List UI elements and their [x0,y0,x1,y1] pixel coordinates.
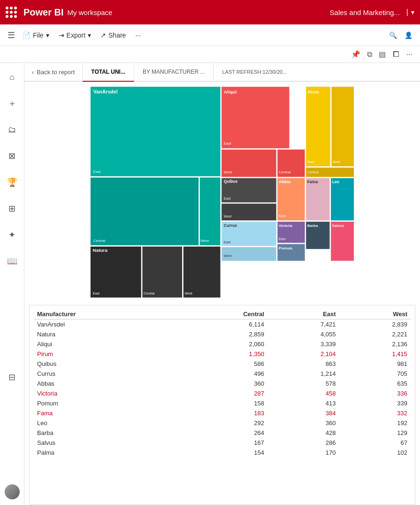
content-area: ⌂ ＋ 🗂 ⊠ 🏆 ⊞ ✦ 📖 ⊟ ‹ Back to report TOTAL… [0,63,420,505]
cell-west: 2,136 [339,339,411,349]
cell-central: 586 [178,359,268,369]
cell-east: 428 [268,428,340,438]
cell-central: 1,350 [178,349,268,359]
main-panel: ‹ Back to report TOTAL UNI... BY MANUFAC… [24,63,420,505]
svg-text:Pirum: Pirum [307,90,319,94]
cell-manufacturer: Fama [33,408,178,418]
col-header-west: West [339,309,411,319]
cell-central: 2,859 [178,329,268,339]
file-label: File [33,31,44,39]
sidebar-item-home[interactable]: ⌂ [4,69,21,85]
copy-icon[interactable]: ⧉ [367,50,372,59]
svg-text:West: West [200,239,209,243]
back-arrow-icon: ‹ [32,69,34,76]
table-row: VanArsdel 6,114 7,421 2,839 [33,319,411,330]
cell-manufacturer: Pirum [33,349,178,359]
sidebar-item-bottom[interactable]: ⊟ [4,369,21,386]
cell-west: 339 [339,398,411,408]
back-to-report-button[interactable]: ‹ Back to report [24,63,83,81]
tab-total-units-label: TOTAL UNI... [91,69,125,75]
sidebar-item-apps[interactable]: ⊞ [4,200,21,217]
topbar: Power BI My workspace Sales and Marketin… [0,0,420,24]
file-menu[interactable]: 📄 File ▾ [23,31,49,39]
ellipsis-icon[interactable]: ··· [406,50,412,59]
cell-central: 287 [178,388,268,398]
share-label: Share [108,31,126,39]
table-row: Currus 496 1,214 705 [33,369,411,379]
tab-last-refresh: LAST REFRESH:12/30/20... [214,63,295,81]
svg-text:Central: Central [307,170,319,174]
cell-east: 170 [268,448,340,458]
cell-east: 384 [268,408,340,418]
treemap-svg: VanArsdel East Central West Aliqui East … [29,86,415,298]
cell-east: 7,421 [268,319,340,330]
cell-manufacturer: Leo [33,418,178,428]
cell-west: 332 [339,408,411,418]
svg-text:East: East [224,196,231,201]
svg-text:VanArsdel: VanArsdel [93,89,118,94]
tab-bar: ‹ Back to report TOTAL UNI... BY MANUFAC… [24,63,420,82]
title-chevron-icon[interactable]: ▾ [411,8,414,16]
expand-icon[interactable]: ⧠ [392,50,400,59]
share-menu[interactable]: ↗ Share [100,31,126,39]
hamburger-icon[interactable]: ☰ [8,30,15,40]
sidebar-item-learn[interactable]: ✦ [4,226,21,243]
svg-text:Central: Central [279,170,291,174]
cell-west: 1,415 [339,349,411,359]
sidebar-item-goals[interactable]: 🏆 [4,174,21,191]
cell-manufacturer: Palma [33,448,178,458]
sidebar-item-book[interactable]: 📖 [4,253,21,270]
tab-by-manufacturer[interactable]: BY MANUFACTURER ... [134,63,214,81]
cell-manufacturer: Victoria [33,388,178,398]
back-to-report-label: Back to report [37,69,75,76]
export-menu[interactable]: ⇥ Export ▾ [59,31,91,39]
col-header-east: East [268,309,340,319]
cell-central: 158 [178,398,268,408]
svg-text:East: East [93,291,100,295]
table-row: Fama 183 384 332 [33,408,411,418]
person-icon[interactable]: 👤 [405,31,412,39]
data-table: Manufacturer Central East West VanArsdel… [29,305,415,505]
cell-west: 635 [339,379,411,388]
cell-central: 6,114 [178,319,268,330]
treemap[interactable]: VanArsdel East Central West Aliqui East … [29,86,415,298]
cell-manufacturer: Natura [33,329,178,339]
svg-text:Aliqui: Aliqui [224,89,237,94]
app-logo: Power BI [23,7,64,18]
workspace-label[interactable]: My workspace [68,8,113,16]
table-row: Leo 292 360 192 [33,418,411,428]
sidebar-item-browse[interactable]: 🗂 [4,121,21,138]
sidebar-item-data[interactable]: ⊠ [4,148,21,164]
file-doc-icon: 📄 [23,31,31,39]
table-row: Pomum 158 413 339 [33,398,411,408]
svg-text:West: West [184,291,192,295]
cell-manufacturer: Aliqui [33,339,178,349]
tab-total-units[interactable]: TOTAL UNI... [83,63,134,82]
svg-rect-36 [142,246,183,298]
app-grid-icon[interactable] [6,7,17,18]
pin-icon[interactable]: 📌 [351,50,360,59]
cell-east: 413 [268,398,340,408]
svg-rect-14 [306,86,331,167]
svg-rect-5 [199,177,221,246]
filter-icon[interactable]: ▤ [379,50,386,59]
svg-text:Fama: Fama [307,179,318,184]
svg-rect-7 [221,86,290,148]
cell-east: 2,104 [268,349,340,359]
sidebar-item-create[interactable]: ＋ [4,95,21,112]
svg-text:Pomum: Pomum [279,246,292,250]
cell-west: 102 [339,448,411,458]
cell-manufacturer: Abbas [33,379,178,388]
cell-west: 67 [339,438,411,448]
svg-text:Currus: Currus [224,223,237,228]
secondary-toolbar: ☰ 📄 File ▾ ⇥ Export ▾ ↗ Share ··· 🔍 👤 [0,24,420,46]
col-header-central: Central [178,309,268,319]
svg-text:Quibus: Quibus [224,179,238,184]
svg-rect-38 [183,246,221,298]
manufacturer-table: Manufacturer Central East West VanArsdel… [33,309,411,458]
svg-text:Central: Central [144,291,155,295]
more-menu[interactable]: ··· [135,31,141,39]
avatar[interactable] [5,484,20,499]
search-icon[interactable]: 🔍 [389,31,397,39]
cell-east: 360 [268,418,340,428]
